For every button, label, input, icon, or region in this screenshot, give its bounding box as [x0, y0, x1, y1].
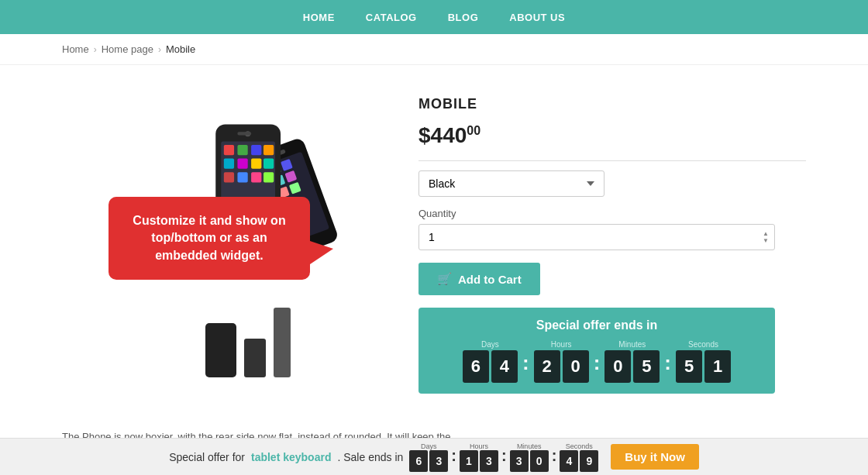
- svg-rect-25: [224, 172, 234, 182]
- quantity-spinner[interactable]: ▲ ▼: [763, 231, 769, 244]
- bottom-bar: Special offer for tablet keyboard . Sale…: [0, 438, 868, 446]
- hours-digits: 2 0: [534, 350, 589, 383]
- svg-rect-28: [264, 172, 274, 182]
- add-to-cart-button[interactable]: 🛒 Add to Cart: [418, 263, 540, 295]
- days-label: Days: [481, 340, 499, 349]
- svg-rect-24: [264, 159, 274, 169]
- svg-rect-26: [237, 172, 247, 182]
- bottom-days: Days 6 3: [409, 442, 448, 446]
- nav-blog[interactable]: BLOG: [448, 12, 479, 23]
- countdown-inner: Days 6 4 : Hours 2 0 :: [431, 340, 763, 383]
- bottom-minutes-label: Minutes: [517, 442, 542, 446]
- svg-rect-18: [237, 145, 247, 155]
- nav-home[interactable]: HOME: [303, 12, 335, 23]
- minutes-digit-1: 5: [633, 350, 660, 383]
- minutes-digits: 0 5: [604, 350, 660, 383]
- countdown-hours: Hours 2 0: [534, 340, 589, 383]
- bottom-hours: Hours 1 3: [460, 442, 498, 446]
- days-digit-0: 6: [463, 350, 489, 383]
- seconds-digit-1: 1: [704, 350, 731, 383]
- quantity-input-wrap: ▲ ▼: [418, 224, 775, 250]
- bottom-seconds-label: Seconds: [566, 442, 593, 446]
- nav-about[interactable]: ABOUT US: [509, 12, 565, 23]
- svg-rect-17: [224, 145, 234, 155]
- seconds-label: Seconds: [688, 340, 718, 349]
- product-price: $44000: [418, 123, 806, 148]
- seconds-digits: 5 1: [676, 350, 731, 383]
- b-sep-2: :: [501, 442, 507, 446]
- svg-rect-20: [264, 145, 274, 155]
- sep-3: :: [664, 340, 671, 375]
- bottom-days-label: Days: [421, 442, 437, 446]
- b-sep-1: :: [451, 442, 456, 446]
- nav-bar: HOME CATALOG BLOG ABOUT US: [0, 0, 868, 34]
- countdown-days: Days 6 4: [463, 340, 518, 383]
- quantity-label: Quantity: [418, 208, 806, 219]
- svg-rect-22: [237, 159, 247, 169]
- days-digits: 6 4: [463, 350, 518, 383]
- cart-icon: 🛒: [437, 272, 452, 286]
- breadcrumb: Home › Home page › Mobile: [0, 34, 868, 65]
- quantity-input[interactable]: [418, 224, 775, 250]
- sep-2: :: [594, 340, 601, 375]
- main-content: Customize it and show on top/bottom or a…: [0, 65, 868, 417]
- countdown-seconds: Seconds 5 1: [676, 340, 731, 383]
- bottom-seconds: Seconds 4 9: [560, 442, 598, 446]
- breadcrumb-current: Mobile: [166, 43, 195, 55]
- thumbnail-2[interactable]: [244, 339, 266, 377]
- hours-digit-0: 2: [534, 350, 560, 383]
- sep-1: :: [522, 340, 529, 375]
- b-sep-3: :: [552, 442, 557, 446]
- minutes-digit-0: 0: [604, 350, 631, 383]
- svg-rect-23: [251, 159, 261, 169]
- bottom-hours-label: Hours: [470, 442, 488, 446]
- product-title: MOBILE: [418, 96, 806, 112]
- seconds-digit-0: 5: [676, 350, 702, 383]
- svg-rect-21: [224, 159, 234, 169]
- countdown-title: Special offer ends in: [431, 318, 763, 332]
- color-select[interactable]: Black White Silver: [418, 170, 604, 197]
- breadcrumb-sep2: ›: [158, 44, 161, 55]
- minutes-label: Minutes: [618, 340, 646, 349]
- svg-rect-19: [251, 145, 261, 155]
- days-digit-1: 4: [491, 350, 518, 383]
- breadcrumb-middle[interactable]: Home page: [102, 43, 153, 55]
- hours-label: Hours: [551, 340, 572, 349]
- bottom-minutes: Minutes 3 0: [510, 442, 549, 446]
- product-details: MOBILE $44000 Black White Silver Quantit…: [418, 88, 806, 394]
- product-image-area: Customize it and show on top/bottom or a…: [62, 88, 388, 394]
- nav-catalog[interactable]: CATALOG: [366, 12, 417, 23]
- svg-rect-27: [251, 172, 261, 182]
- price-divider: [418, 160, 806, 161]
- countdown-box: Special offer ends in Days 6 4 : Hours 2: [418, 308, 775, 394]
- breadcrumb-home[interactable]: Home: [62, 43, 89, 55]
- svg-rect-15: [237, 132, 251, 135]
- countdown-minutes: Minutes 0 5: [604, 340, 660, 383]
- hours-digit-1: 0: [563, 350, 589, 383]
- bottom-countdown: Days 6 3 : Hours 1 3 : Minutes 3 0 :: [409, 442, 598, 446]
- tooltip-bubble: Customize it and show on top/bottom or a…: [108, 197, 310, 280]
- buy-now-button[interactable]: Buy it Now: [611, 444, 699, 446]
- breadcrumb-sep1: ›: [94, 44, 97, 55]
